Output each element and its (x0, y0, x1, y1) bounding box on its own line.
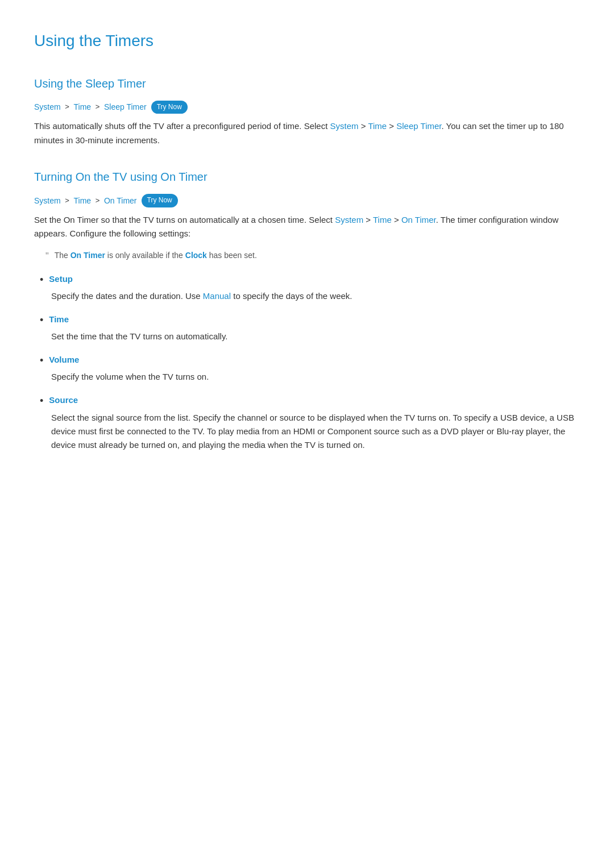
sleep-system-link[interactable]: System (330, 121, 359, 131)
on-timer-try-now-badge[interactable]: Try Now (142, 194, 178, 207)
manual-link[interactable]: Manual (203, 291, 231, 301)
bullet-desc-time: Set the time that the TV turns on automa… (51, 330, 580, 343)
bullet-source: • Source Select the signal source from t… (40, 394, 580, 451)
sleep-timer-breadcrumb: System > Time > Sleep Timer Try Now (34, 101, 580, 114)
breadcrumb-sep-1: > (63, 101, 72, 113)
breadcrumb-time-sleep: Time (74, 101, 92, 113)
note-text3: has been set. (207, 251, 257, 260)
sleep-timer-section: Using the Sleep Timer System > Time > Sl… (34, 74, 580, 148)
note-quote-icon: " (45, 249, 49, 264)
bullet-desc-volume: Specify the volume when the TV turns on. (51, 370, 580, 384)
sleep-timer-link[interactable]: Sleep Timer (396, 121, 441, 131)
on-timer-link[interactable]: On Timer (401, 215, 436, 225)
bullet-label-time: Time (49, 313, 69, 326)
bullet-setup: • Setup Specify the dates and the durati… (40, 273, 580, 303)
on-timer-breadcrumb: System > Time > On Timer Try Now (34, 194, 580, 207)
sleep-sep2: > (387, 121, 396, 131)
breadcrumb-sleep-timer: Sleep Timer (104, 101, 147, 113)
note-text2: is only available if the (105, 251, 185, 260)
on-sep2: > (392, 215, 401, 225)
on-system-link[interactable]: System (335, 215, 363, 225)
breadcrumb-sep-2: > (93, 101, 102, 113)
on-timer-body: Set the On Timer so that the TV turns on… (34, 213, 580, 242)
bullet-time: • Time Set the time that the TV turns on… (40, 313, 580, 343)
note-on-timer-bold: On Timer (70, 251, 105, 260)
sleep-timer-body: This automatically shuts off the TV afte… (34, 119, 580, 148)
on-timer-note: " The On Timer is only available if the … (45, 249, 580, 264)
page-title: Using the Timers (34, 28, 580, 54)
note-text1: The (55, 251, 70, 260)
on-timer-section: Turning On the TV using On Timer System … (34, 168, 580, 451)
breadcrumb-time-on: Time (74, 194, 92, 207)
sleep-body-text1: This automatically shuts off the TV afte… (34, 121, 330, 131)
bullet-desc-setup: Specify the dates and the duration. Use … (51, 289, 580, 303)
sleep-timer-try-now-badge[interactable]: Try Now (151, 101, 188, 114)
bullet-dot-volume: • (40, 354, 43, 368)
breadcrumb-sep-3: > (63, 195, 72, 207)
bullet-dot-time: • (40, 313, 43, 327)
bullet-dot-setup: • (40, 273, 43, 287)
sleep-timer-heading: Using the Sleep Timer (34, 74, 580, 93)
bullet-label-volume: Volume (49, 354, 79, 367)
bullet-dot-source: • (40, 394, 43, 408)
breadcrumb-system-sleep: System (34, 101, 61, 113)
on-time-link[interactable]: Time (373, 215, 392, 225)
sleep-sep1: > (359, 121, 368, 131)
bullet-label-source: Source (49, 394, 78, 407)
breadcrumb-on-timer: On Timer (104, 194, 137, 207)
note-text: The On Timer is only available if the Cl… (55, 249, 257, 261)
bullet-label-setup: Setup (49, 273, 73, 286)
breadcrumb-system-on: System (34, 194, 61, 207)
on-body-text1: Set the On Timer so that the TV turns on… (34, 215, 335, 225)
breadcrumb-sep-4: > (93, 195, 102, 207)
on-timer-bullet-list: • Setup Specify the dates and the durati… (40, 273, 580, 452)
on-sep1: > (363, 215, 373, 225)
on-timer-heading: Turning On the TV using On Timer (34, 168, 580, 186)
bullet-volume: • Volume Specify the volume when the TV … (40, 354, 580, 384)
bullet-desc-source: Select the signal source from the list. … (51, 411, 580, 452)
sleep-time-link[interactable]: Time (368, 121, 387, 131)
note-clock-bold: Clock (185, 251, 207, 260)
